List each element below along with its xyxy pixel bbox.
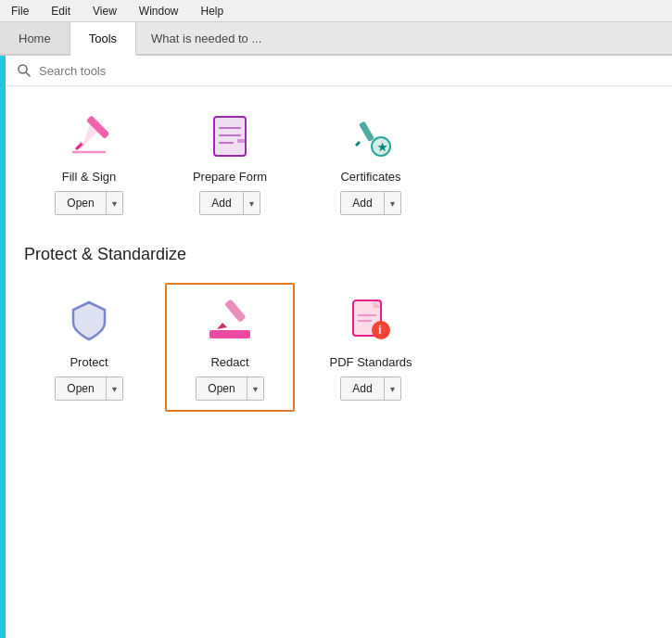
- tab-tools[interactable]: Tools: [70, 22, 136, 56]
- certificates-label: Certificates: [340, 170, 400, 184]
- menu-help[interactable]: Help: [197, 3, 228, 19]
- menu-bar: File Edit View Window Help: [0, 0, 672, 22]
- svg-rect-14: [209, 330, 250, 338]
- search-bar: [6, 56, 672, 86]
- protect-dropdown-btn[interactable]: ▾: [107, 377, 122, 400]
- pdf-standards-label: PDF Standards: [330, 355, 412, 369]
- fill-sign-open-btn[interactable]: Open: [56, 192, 106, 214]
- fill-sign-split-btn[interactable]: Open ▾: [55, 191, 122, 215]
- svg-line-1: [26, 72, 30, 76]
- content-area: Fill & Sign Open ▾: [6, 86, 672, 638]
- fill-sign-icon: [63, 110, 115, 162]
- pdf-standards-add-btn[interactable]: Add: [341, 377, 384, 400]
- svg-text:i: i: [378, 323, 382, 337]
- top-tools-row: Fill & Sign Open ▾: [24, 97, 653, 226]
- svg-rect-10: [359, 121, 374, 143]
- app-wrapper: Fill & Sign Open ▾: [0, 56, 672, 638]
- pdf-standards-icon: i: [345, 296, 397, 348]
- redact-icon: [204, 296, 256, 348]
- prepare-form-icon: [204, 110, 256, 162]
- pdf-standards-split-btn[interactable]: Add ▾: [340, 376, 400, 401]
- menu-edit[interactable]: Edit: [47, 3, 74, 19]
- protect-open-btn[interactable]: Open: [56, 377, 106, 400]
- tab-home[interactable]: Home: [0, 22, 70, 54]
- tool-card-prepare-form: Prepare Form Add ▾: [165, 97, 295, 226]
- certificates-add-btn[interactable]: Add: [341, 192, 384, 214]
- fill-sign-dropdown-btn[interactable]: ▾: [107, 192, 122, 214]
- menu-window[interactable]: Window: [135, 3, 183, 19]
- tool-card-protect: Protect Open ▾: [24, 283, 154, 412]
- svg-marker-16: [217, 323, 227, 329]
- main-panel: Fill & Sign Open ▾: [6, 56, 672, 638]
- prepare-form-label: Prepare Form: [193, 170, 267, 184]
- tool-card-certificates: ★ Certificates Add ▾: [306, 97, 436, 226]
- fill-sign-label: Fill & Sign: [62, 170, 117, 184]
- prepare-form-dropdown-btn[interactable]: ▾: [244, 192, 260, 214]
- protect-section-title: Protect & Standardize: [24, 245, 653, 264]
- svg-rect-9: [237, 139, 245, 143]
- menu-view[interactable]: View: [89, 3, 120, 19]
- prepare-form-split-btn[interactable]: Add ▾: [199, 191, 260, 215]
- search-icon: [17, 63, 32, 78]
- protect-split-btn[interactable]: Open ▾: [55, 376, 122, 401]
- pdf-standards-dropdown-btn[interactable]: ▾: [385, 377, 400, 400]
- tab-bar: Home Tools What is needed to ...: [0, 22, 672, 56]
- redact-split-btn[interactable]: Open ▾: [196, 376, 263, 401]
- tool-card-pdf-standards: i PDF Standards Add ▾: [306, 283, 436, 412]
- redact-label: Redact: [210, 355, 248, 369]
- svg-text:★: ★: [377, 141, 387, 154]
- tool-card-redact: Redact Open ▾: [165, 283, 295, 412]
- protect-label: Protect: [70, 355, 108, 369]
- redact-open-btn[interactable]: Open: [197, 377, 247, 400]
- svg-rect-15: [224, 299, 247, 323]
- redact-dropdown-btn[interactable]: ▾: [247, 377, 263, 400]
- search-input[interactable]: [39, 64, 661, 78]
- protect-tool-grid: Protect Open ▾: [24, 283, 653, 412]
- certificates-dropdown-btn[interactable]: ▾: [385, 192, 400, 214]
- tool-card-fill-sign: Fill & Sign Open ▾: [24, 97, 154, 226]
- tab-doc[interactable]: What is needed to ...: [136, 22, 276, 54]
- certificates-split-btn[interactable]: Add ▾: [340, 191, 400, 215]
- prepare-form-add-btn[interactable]: Add: [200, 192, 243, 214]
- protect-icon: [63, 296, 115, 348]
- certificates-icon: ★: [345, 110, 397, 162]
- menu-file[interactable]: File: [7, 3, 32, 19]
